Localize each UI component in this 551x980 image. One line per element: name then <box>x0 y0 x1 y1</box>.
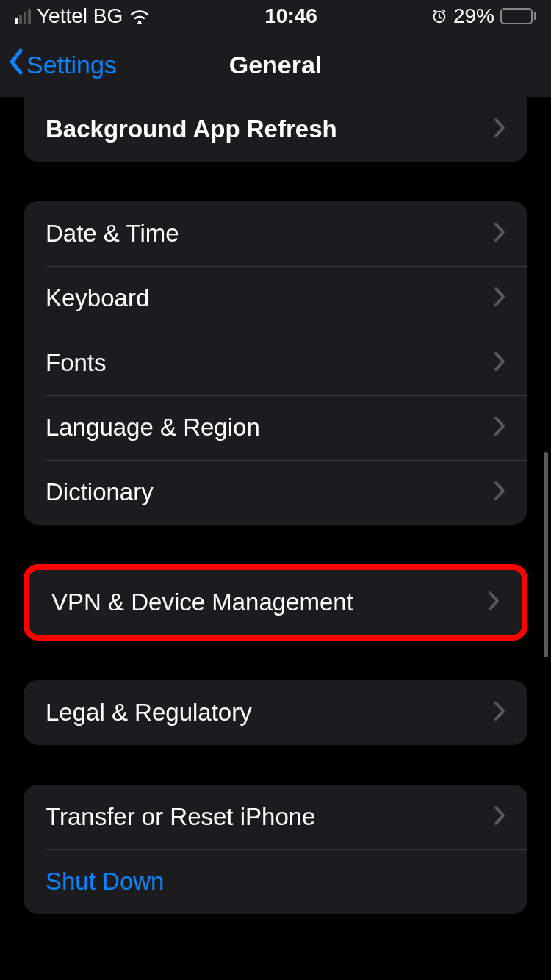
row-label: VPN & Device Management <box>51 588 353 616</box>
chevron-left-icon <box>7 48 25 82</box>
navigation-bar: Settings General <box>0 32 551 97</box>
chevron-right-icon <box>494 287 505 310</box>
row-label: Keyboard <box>46 284 149 312</box>
chevron-right-icon <box>494 480 505 504</box>
chevron-right-icon <box>494 701 505 724</box>
row-legal-regulatory[interactable]: Legal & Regulatory <box>24 680 527 745</box>
row-transfer-reset[interactable]: Transfer or Reset iPhone <box>24 785 527 849</box>
row-language-region[interactable]: Language & Region <box>24 395 527 460</box>
chevron-right-icon <box>494 351 505 375</box>
chevron-right-icon <box>494 118 505 141</box>
battery-percent-label: 29% <box>453 4 494 28</box>
row-label: Background App Refresh <box>46 115 337 143</box>
status-left: Yettel BG <box>15 4 151 28</box>
section-legal: Legal & Regulatory <box>24 680 527 745</box>
section-reset: Transfer or Reset iPhone Shut Down <box>24 785 527 914</box>
section-vpn: VPN & Device Management <box>29 570 522 635</box>
battery-icon <box>500 8 536 24</box>
row-label: Date & Time <box>46 220 179 248</box>
status-bar: Yettel BG 10:46 29% <box>0 0 551 32</box>
back-button[interactable]: Settings <box>7 48 117 82</box>
row-fonts[interactable]: Fonts <box>24 331 527 395</box>
carrier-label: Yettel BG <box>37 4 123 28</box>
section-general-options: Date & Time Keyboard Fonts Language & Re… <box>24 201 527 525</box>
wifi-icon <box>129 8 151 24</box>
row-date-time[interactable]: Date & Time <box>24 201 527 266</box>
row-label: Transfer or Reset iPhone <box>46 803 315 831</box>
row-vpn-device-management[interactable]: VPN & Device Management <box>29 570 522 635</box>
row-label: Shut Down <box>46 868 164 896</box>
status-time: 10:46 <box>264 4 317 28</box>
chevron-right-icon <box>488 591 500 614</box>
svg-point-0 <box>138 21 141 24</box>
highlight-annotation: VPN & Device Management <box>24 564 527 641</box>
row-label: Fonts <box>46 349 107 377</box>
chevron-right-icon <box>494 416 505 439</box>
row-label: Dictionary <box>46 478 154 506</box>
cellular-signal-icon <box>15 9 31 24</box>
row-dictionary[interactable]: Dictionary <box>24 460 527 525</box>
row-label: Legal & Regulatory <box>46 699 252 727</box>
row-shut-down[interactable]: Shut Down <box>24 849 527 914</box>
section-partial-top: Background App Refresh <box>24 97 527 162</box>
row-label: Language & Region <box>46 414 260 442</box>
chevron-right-icon <box>494 222 505 245</box>
row-keyboard[interactable]: Keyboard <box>24 266 527 331</box>
back-label: Settings <box>26 51 117 79</box>
content: Background App Refresh Date & Time Keybo… <box>0 97 551 914</box>
status-right: 29% <box>431 4 536 28</box>
chevron-right-icon <box>494 805 505 829</box>
row-background-app-refresh[interactable]: Background App Refresh <box>24 97 527 162</box>
alarm-icon <box>431 8 447 24</box>
scroll-indicator[interactable] <box>544 452 548 657</box>
